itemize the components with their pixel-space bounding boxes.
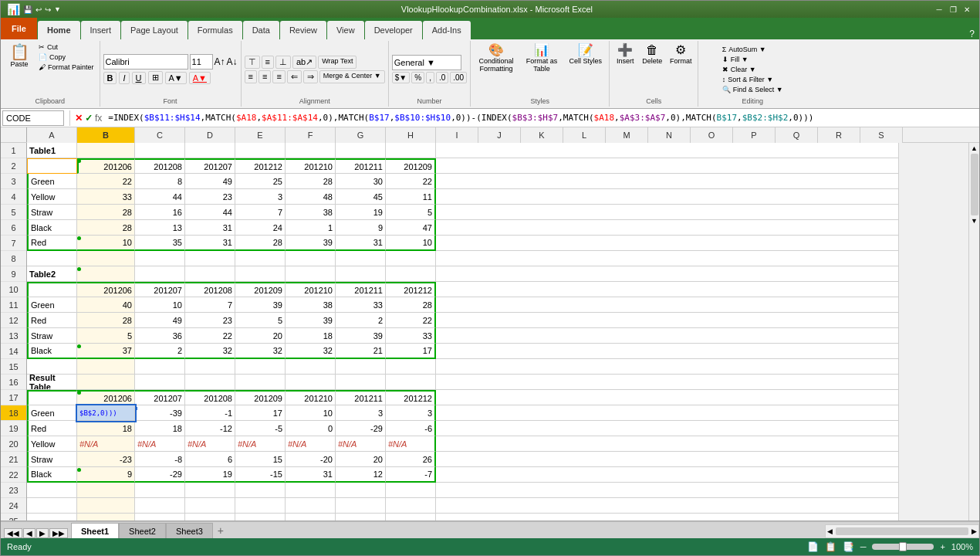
row-header-3[interactable]: 3 — [1, 174, 26, 189]
align-middle-button[interactable]: ≡ — [262, 56, 274, 69]
cell-B22[interactable]: 9 — [77, 467, 135, 483]
cell-G2[interactable]: 201211 — [336, 158, 386, 174]
cell-E11[interactable]: 39 — [235, 297, 286, 313]
cell-F7[interactable]: 39 — [286, 236, 336, 251]
col-header-P[interactable]: P — [733, 127, 776, 143]
border-button[interactable]: ⊞ — [148, 71, 163, 84]
cell-C19[interactable]: 18 — [135, 421, 185, 436]
cell-H6[interactable]: 47 — [386, 220, 436, 236]
cell-A14[interactable]: Black — [27, 344, 77, 359]
cell-F8[interactable] — [286, 251, 336, 266]
cell-E20[interactable]: #N/A — [235, 436, 286, 452]
name-box[interactable]: CODE — [2, 110, 64, 126]
cell-rest-3[interactable] — [436, 174, 899, 189]
cell-B6[interactable]: 28 — [77, 220, 135, 236]
sheet-tab-3[interactable]: Sheet3 — [166, 523, 213, 538]
tab-review[interactable]: Review — [280, 21, 326, 39]
cell-B13[interactable]: 5 — [77, 328, 135, 344]
cell-D21[interactable]: 6 — [185, 452, 235, 467]
scroll-sheet-prev[interactable]: ◀ — [23, 528, 35, 538]
cell-G15[interactable] — [336, 359, 386, 375]
align-bottom-button[interactable]: ⊥ — [275, 56, 291, 69]
cell-H2[interactable]: 201209 — [386, 158, 436, 174]
cell-F16[interactable] — [286, 375, 336, 390]
row-header-7[interactable]: 7 — [1, 236, 26, 251]
close-btn[interactable]: ✕ — [961, 3, 973, 15]
row-header-13[interactable]: 13 — [1, 328, 26, 344]
cell-H8[interactable] — [386, 251, 436, 266]
cell-E6[interactable]: 24 — [235, 220, 286, 236]
col-header-B[interactable]: B — [77, 127, 135, 143]
cell-H15[interactable] — [386, 359, 436, 375]
cell-G6[interactable]: 9 — [336, 220, 386, 236]
cell-A12[interactable]: Red — [27, 313, 77, 328]
cell-G3[interactable]: 30 — [336, 174, 386, 189]
scroll-sheets-right[interactable]: ▶▶ — [49, 528, 68, 538]
cell-F17[interactable]: 201210 — [286, 390, 336, 405]
tab-view[interactable]: View — [327, 21, 364, 39]
cell-G13[interactable]: 39 — [336, 328, 386, 344]
cell-E9[interactable] — [235, 266, 286, 282]
cell-H4[interactable]: 11 — [386, 189, 436, 205]
cell-C5[interactable]: 16 — [135, 205, 185, 220]
cell-rest-7[interactable] — [436, 236, 899, 251]
cell-F19[interactable]: 0 — [286, 421, 336, 436]
row-header-1[interactable]: 1 — [1, 143, 26, 158]
cell-A25[interactable] — [27, 514, 77, 520]
cell-H10[interactable]: 201212 — [386, 282, 436, 297]
tab-home[interactable]: Home — [38, 21, 80, 39]
cell-G24[interactable] — [336, 498, 386, 514]
help-icon[interactable]: ? — [969, 29, 975, 39]
insert-button[interactable]: ➕ Insert — [613, 42, 637, 66]
row-header-15[interactable]: 15 — [1, 359, 26, 375]
cell-A16[interactable]: Result Table — [27, 375, 77, 390]
cell-D2[interactable]: 201207 — [185, 158, 235, 174]
fill-color-button[interactable]: A▼ — [165, 72, 187, 84]
align-top-button[interactable]: ⊤ — [245, 56, 260, 69]
col-header-K[interactable]: K — [521, 127, 563, 143]
cell-rest-8[interactable] — [436, 251, 899, 266]
cell-D6[interactable]: 31 — [185, 220, 235, 236]
align-center-button[interactable]: ≡ — [259, 70, 271, 83]
font-size-select[interactable]: 11 — [190, 54, 213, 70]
cell-A17[interactable] — [27, 390, 77, 405]
cell-E1[interactable] — [235, 143, 286, 158]
horizontal-scrollbar[interactable]: ◀ ▶ — [825, 524, 979, 538]
cell-F6[interactable]: 1 — [286, 220, 336, 236]
scroll-thumb[interactable] — [971, 154, 978, 215]
cell-E22[interactable]: -15 — [235, 467, 286, 483]
cell-C6[interactable]: 13 — [135, 220, 185, 236]
col-header-I[interactable]: I — [436, 127, 478, 143]
cell-B5[interactable]: 28 — [77, 205, 135, 220]
increase-indent-button[interactable]: ⇒ — [303, 70, 318, 83]
cell-E2[interactable]: 201212 — [235, 158, 286, 174]
cell-H13[interactable]: 33 — [386, 328, 436, 344]
cell-H16[interactable] — [386, 375, 436, 390]
cell-D5[interactable]: 44 — [185, 205, 235, 220]
cell-H9[interactable] — [386, 266, 436, 282]
col-header-H[interactable]: H — [386, 127, 436, 143]
add-sheet-button[interactable]: + — [213, 523, 228, 538]
cell-E10[interactable]: 201209 — [235, 282, 286, 297]
cell-rest-14[interactable] — [436, 344, 899, 359]
cell-A7[interactable]: Red — [27, 236, 77, 251]
col-header-C[interactable]: C — [135, 127, 185, 143]
cell-rest-24[interactable] — [436, 498, 899, 514]
cell-D15[interactable] — [185, 359, 235, 375]
cell-E16[interactable] — [235, 375, 286, 390]
row-header-17[interactable]: 17 — [1, 390, 26, 405]
cell-G22[interactable]: 12 — [336, 467, 386, 483]
cell-B3[interactable]: 22 — [77, 174, 135, 189]
cell-B20[interactable]: #N/A — [77, 436, 135, 452]
row-header-9[interactable]: 9 — [1, 266, 26, 282]
col-header-N[interactable]: N — [648, 127, 691, 143]
cell-D17[interactable]: 201208 — [185, 390, 235, 405]
scroll-sheets-left[interactable]: ◀◀ — [4, 528, 22, 538]
cell-D13[interactable]: 22 — [185, 328, 235, 344]
cell-H22[interactable]: -7 — [386, 467, 436, 483]
decrease-indent-button[interactable]: ⇐ — [287, 70, 302, 83]
cell-D7[interactable]: 31 — [185, 236, 235, 251]
cell-B25[interactable] — [77, 514, 135, 520]
view-page-layout[interactable]: 📋 — [825, 541, 836, 552]
cell-F1[interactable] — [286, 143, 336, 158]
